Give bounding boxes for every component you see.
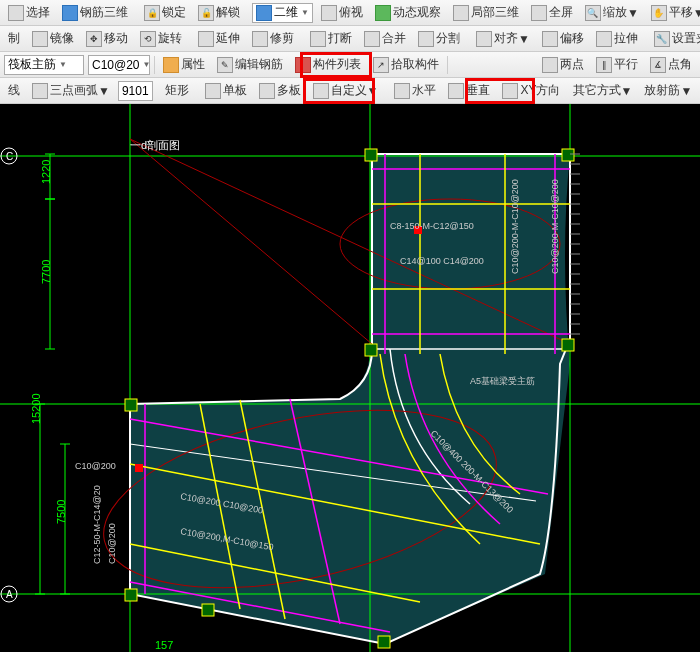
rotate-button[interactable]: ⟲旋转 (135, 28, 187, 50)
pan-icon: ✋ (651, 5, 667, 21)
align-label: 对齐 (494, 30, 518, 47)
zoom-button[interactable]: 🔍缩放▼ (580, 2, 644, 24)
extend-label: 延伸 (216, 30, 240, 47)
stretch-icon (596, 31, 612, 47)
unlock-button[interactable]: 🔓解锁 (193, 2, 245, 24)
rotate-label: 旋转 (158, 30, 182, 47)
editrebar-button[interactable]: ✎编辑钢筋 (212, 54, 288, 76)
section-title: 一d剖面图 (130, 139, 180, 151)
rebar-text-7: C10@200 (75, 461, 116, 471)
multi-button[interactable]: 多板 (254, 80, 306, 102)
fullscreen-button[interactable]: 全屏 (526, 2, 578, 24)
view2d-dropdown[interactable]: 二维▼ (252, 3, 313, 23)
rebar-spec-dropdown[interactable]: C10@20▼ (88, 55, 150, 75)
local3d-button[interactable]: 局部三维 (448, 2, 524, 24)
align-button[interactable]: 对齐▼ (471, 28, 535, 50)
split-button[interactable]: 分割 (413, 28, 465, 50)
complist-button[interactable]: 构件列表 (290, 54, 366, 76)
chevron-down-icon: ▼ (98, 84, 110, 98)
xydir-button[interactable]: XY方向 (497, 80, 565, 102)
chevron-down-icon: ▼ (621, 84, 633, 98)
dotangle-button[interactable]: ∡点角 (645, 54, 697, 76)
twopoint-button[interactable]: 两点 (537, 54, 589, 76)
chevron-down-icon: ▼ (693, 6, 700, 20)
svg-rect-30 (365, 344, 377, 356)
svg-rect-37 (135, 464, 143, 472)
rebar3d-button[interactable]: 钢筋三维 (57, 2, 133, 24)
cube-icon (62, 5, 78, 21)
xydir-label: XY方向 (520, 82, 560, 99)
twopoint-label: 两点 (560, 56, 584, 73)
parallel-icon: ∥ (596, 57, 612, 73)
copy-button[interactable]: 制 (3, 28, 25, 50)
move-button[interactable]: ✥移动 (81, 28, 133, 50)
break-button[interactable]: 打断 (305, 28, 357, 50)
select-label: 选择 (26, 4, 50, 21)
merge-button[interactable]: 合并 (359, 28, 411, 50)
single-label: 单板 (223, 82, 247, 99)
multi-label: 多板 (277, 82, 301, 99)
rect-button[interactable]: 矩形 (160, 80, 194, 102)
copy-label: 制 (8, 30, 20, 47)
topview-button[interactable]: 俯视 (316, 2, 368, 24)
rotate-icon: ⟲ (140, 31, 156, 47)
extend-button[interactable]: 延伸 (193, 28, 245, 50)
extend-icon (198, 31, 214, 47)
move-icon: ✥ (86, 31, 102, 47)
horiz-label: 水平 (412, 82, 436, 99)
chevron-down-icon: ▼ (301, 8, 309, 17)
rebar3d-label: 钢筋三维 (80, 4, 128, 21)
svg-rect-29 (562, 149, 574, 161)
split-icon (418, 31, 434, 47)
radial-button[interactable]: 放射筋▼ (639, 80, 697, 102)
offset-button[interactable]: 偏移 (537, 28, 589, 50)
parallel-label: 平行 (614, 56, 638, 73)
pan-button[interactable]: ✋平移▼ (646, 2, 700, 24)
select-button[interactable]: 选择 (3, 2, 55, 24)
pickcomp-button[interactable]: ↗拾取构件 (368, 54, 444, 76)
merge-icon (364, 31, 380, 47)
lock-button[interactable]: 🔒锁定 (139, 2, 191, 24)
topview-label: 俯视 (339, 4, 363, 21)
unlock-icon: 🔓 (198, 5, 214, 21)
custom-button[interactable]: 自定义▼ (308, 80, 384, 102)
fixture-button[interactable]: 🔧设置夹点 (649, 28, 700, 50)
mirror-button[interactable]: 镜像 (27, 28, 79, 50)
line-button[interactable]: 线 (3, 80, 25, 102)
rebar-spec-label: C10@20 (92, 58, 140, 72)
angle-icon: ∡ (650, 57, 666, 73)
line-label: 线 (8, 82, 20, 99)
rebar-type-dropdown[interactable]: 筏板主筋▼ (4, 55, 84, 75)
single-button[interactable]: 单板 (200, 80, 252, 102)
othermode-button[interactable]: 其它方式▼ (568, 80, 638, 102)
props-button[interactable]: 属性 (158, 54, 210, 76)
cad-viewport[interactable]: 1220 7700 15200 7500 157 C A (0, 104, 700, 652)
num-input[interactable]: 9101 (118, 81, 153, 101)
stretch-button[interactable]: 拉伸 (591, 28, 643, 50)
rebar-text-2: C14@100 C14@200 (400, 256, 484, 266)
square-icon (256, 5, 272, 21)
chevron-down-icon: ▼ (518, 32, 530, 46)
dotangle-label: 点角 (668, 56, 692, 73)
horiz-button[interactable]: 水平 (389, 80, 441, 102)
svg-rect-34 (378, 636, 390, 648)
parallel-button[interactable]: ∥平行 (591, 54, 643, 76)
mirror-icon (32, 31, 48, 47)
view2d-label: 二维 (274, 4, 298, 21)
vert-button[interactable]: 垂直 (443, 80, 495, 102)
list-icon (295, 57, 311, 73)
dynobs-button[interactable]: 动态观察 (370, 2, 446, 24)
arc3-button[interactable]: 三点画弧▼ (27, 80, 115, 102)
pickcomp-label: 拾取构件 (391, 56, 439, 73)
trim-button[interactable]: 修剪 (247, 28, 299, 50)
offset-label: 偏移 (560, 30, 584, 47)
topview-icon (321, 5, 337, 21)
arc3-label: 三点画弧 (50, 82, 98, 99)
xy-icon (502, 83, 518, 99)
box-icon (453, 5, 469, 21)
dynobs-label: 动态观察 (393, 4, 441, 21)
horiz-icon (394, 83, 410, 99)
zoom-icon: 🔍 (585, 5, 601, 21)
rebar-text-8: C12-50-M-C14@20 (92, 485, 102, 564)
chevron-down-icon: ▼ (680, 84, 692, 98)
